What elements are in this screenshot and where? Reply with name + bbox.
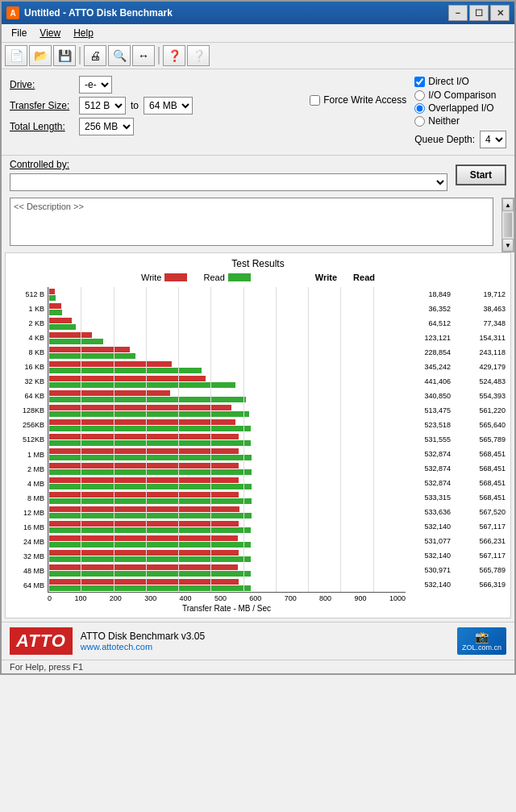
read-col-header: Read [353, 273, 375, 282]
description-box[interactable]: << Description >> [10, 198, 493, 246]
scroll-up-button[interactable]: ▲ [502, 198, 514, 211]
io-comparison-radio-label[interactable]: I/O Comparison [414, 90, 496, 101]
write-value-17: 531,077 [409, 537, 451, 545]
write-bar-14 [48, 492, 239, 498]
read-value-15: 567,520 [464, 508, 506, 516]
io-comparison-radio[interactable] [414, 90, 425, 101]
scroll-thumb[interactable] [504, 213, 512, 237]
write-value-7: 340,850 [409, 392, 451, 400]
close-button[interactable]: ✕ [490, 5, 510, 21]
value-row-10: 531,555565,789 [409, 432, 506, 447]
chart-row-labels: 512 B1 KB2 KB4 KB8 KB16 KB32 KB64 KB128K… [10, 287, 44, 593]
read-value-16: 567,117 [464, 523, 506, 531]
read-bar-0 [48, 295, 56, 301]
watermark: 📸 ZOL.com.cn [457, 627, 506, 655]
write-bar-19 [48, 564, 238, 570]
chart-values: 18,84919,71236,35238,46364,51277,348123,… [409, 287, 506, 593]
config-right: Direct I/O I/O Comparison Overlapped I/O… [414, 76, 506, 148]
row-label-19: 48 MB [10, 564, 44, 578]
x-label-4: 400 [180, 594, 192, 602]
bar-group-11 [48, 447, 406, 461]
bar-group-2 [48, 316, 406, 331]
toolbar-about-button[interactable]: ❔ [187, 45, 210, 66]
toolbar-preview-button[interactable]: 🔍 [108, 45, 131, 66]
write-value-5: 345,242 [409, 363, 451, 371]
bar-group-7 [48, 389, 406, 403]
toolbar-new-button[interactable]: 📄 [5, 45, 27, 66]
toolbar-save-button[interactable]: 💾 [53, 45, 76, 66]
write-bar-9 [48, 419, 235, 425]
bar-group-12 [48, 461, 406, 476]
write-bar-16 [48, 521, 239, 527]
value-row-7: 340,850554,393 [409, 389, 506, 403]
scroll-down-button[interactable]: ▼ [502, 239, 514, 252]
x-label-9: 900 [355, 594, 367, 602]
start-button[interactable]: Start [456, 164, 506, 185]
row-label-17: 24 MB [10, 535, 44, 549]
read-value-0: 19,712 [464, 290, 506, 298]
menu-view[interactable]: View [33, 26, 67, 40]
row-label-0: 512 B [10, 287, 44, 302]
row-label-15: 12 MB [10, 506, 44, 520]
read-bar-19 [48, 571, 251, 577]
write-bar-4 [48, 347, 130, 352]
overlapped-io-radio[interactable] [414, 103, 425, 114]
minimize-button[interactable]: − [448, 5, 468, 21]
bar-group-20 [48, 577, 406, 592]
read-value-18: 567,117 [464, 552, 506, 560]
write-bar-3 [48, 332, 92, 338]
row-label-18: 32 MB [10, 549, 44, 564]
queue-depth-select[interactable]: 4 1 2 8 [480, 131, 506, 148]
bar-group-5 [48, 360, 406, 374]
total-length-select[interactable]: 256 MB [79, 118, 134, 135]
toolbar-help-button[interactable]: ❓ [163, 45, 185, 66]
menu-file[interactable]: File [5, 26, 33, 40]
x-label-2: 200 [110, 594, 122, 602]
force-write-checkbox[interactable] [310, 95, 320, 106]
toolbar-open-button[interactable]: 📂 [29, 45, 52, 66]
row-label-12: 2 MB [10, 462, 44, 477]
write-bar-17 [48, 535, 238, 541]
transfer-size-row: Transfer Size: 512 B to 64 MB [10, 97, 302, 115]
read-bar-18 [48, 556, 251, 562]
toolbar-zoom-button[interactable]: ↔ [132, 45, 155, 66]
website-link[interactable]: www.attotech.com [81, 642, 205, 652]
read-value-13: 568,451 [464, 479, 506, 487]
bar-group-13 [48, 476, 406, 490]
write-bar-1 [48, 303, 61, 309]
neither-radio-label[interactable]: Neither [414, 115, 496, 127]
direct-io-label[interactable]: Direct I/O [414, 76, 469, 87]
row-label-11: 1 MB [10, 448, 44, 462]
read-bar-3 [48, 339, 103, 344]
overlapped-io-radio-label[interactable]: Overlapped I/O [414, 102, 496, 114]
transfer-from-select[interactable]: 512 B [79, 97, 126, 115]
status-text: For Help, press F1 [10, 662, 83, 672]
x-label-1: 100 [74, 594, 86, 602]
read-bar-4 [48, 353, 135, 359]
read-bar-5 [48, 368, 202, 373]
transfer-to-select[interactable]: 64 MB [144, 97, 193, 115]
bottom-info: ATTO Disk Benchmark v3.05 www.attotech.c… [81, 631, 205, 652]
x-label-10: 1000 [389, 594, 406, 602]
direct-io-checkbox[interactable] [414, 77, 425, 87]
x-label-0: 0 [48, 594, 52, 602]
maximize-button[interactable]: ☐ [469, 5, 489, 21]
bar-group-14 [48, 490, 406, 505]
main-window: A Untitled - ATTO Disk Benchmark − ☐ ✕ F… [0, 0, 516, 675]
direct-io-text: Direct I/O [428, 76, 469, 87]
x-label-7: 700 [285, 594, 297, 602]
force-write-label[interactable]: Force Write Access [310, 94, 406, 106]
neither-radio[interactable] [414, 116, 425, 127]
read-value-3: 154,311 [464, 334, 506, 342]
read-bar-17 [48, 542, 251, 548]
drive-select[interactable]: -e- [79, 76, 112, 94]
description-scrollbar[interactable]: ▲ ▼ [501, 198, 514, 252]
menu-help[interactable]: Help [67, 26, 100, 40]
x-label-5: 500 [214, 594, 227, 602]
read-value-19: 565,789 [464, 566, 506, 574]
atto-logo: ATTO [10, 627, 73, 655]
value-row-0: 18,84919,712 [409, 287, 506, 302]
toolbar-separator-1 [79, 47, 81, 65]
toolbar-print-button[interactable]: 🖨 [84, 45, 106, 66]
controlled-by-select[interactable] [10, 173, 447, 191]
